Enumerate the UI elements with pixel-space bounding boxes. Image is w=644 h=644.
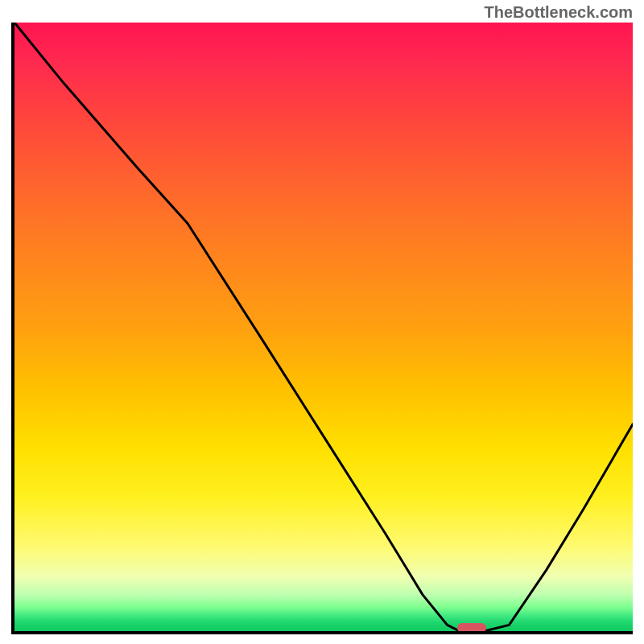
watermark-text: TheBottleneck.com — [485, 3, 633, 22]
chart-plot-area — [11, 23, 633, 634]
chart-background-gradient — [14, 23, 633, 631]
optimal-point-marker — [457, 623, 486, 633]
